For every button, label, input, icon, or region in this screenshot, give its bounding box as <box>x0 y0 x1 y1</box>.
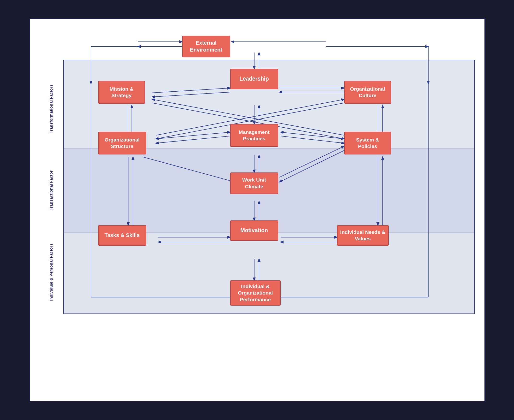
transactional-label: Transactional Factor <box>49 153 62 228</box>
management-practices-node: ManagementPractices <box>230 124 278 147</box>
individual-label: Individual & Personal Factors <box>49 235 62 309</box>
org-culture-node: OrganizationalCulture <box>344 81 391 104</box>
mission-strategy-node: Mission &Strategy <box>98 81 145 104</box>
external-env-node: ExternalEnvironment <box>182 36 230 57</box>
tasks-skills-node: Tasks & Skills <box>98 225 146 246</box>
motivation-node: Motivation <box>230 220 278 241</box>
transformational-label: Transformational Factors <box>49 70 62 147</box>
diagram-container: Transformational Factors Transactional F… <box>49 29 475 392</box>
outer-frame: Transformational Factors Transactional F… <box>29 18 485 402</box>
individual-needs-node: Individual Needs &Values <box>337 225 389 246</box>
systems-policies-node: System &Policies <box>344 132 391 154</box>
leadership-node: Leadership <box>230 69 278 89</box>
performance-node: Individual &OrganizationalPerformance <box>230 280 281 306</box>
work-unit-climate-node: Work UnitClimate <box>230 172 278 194</box>
org-structure-node: OrganizationalStructure <box>98 132 146 154</box>
